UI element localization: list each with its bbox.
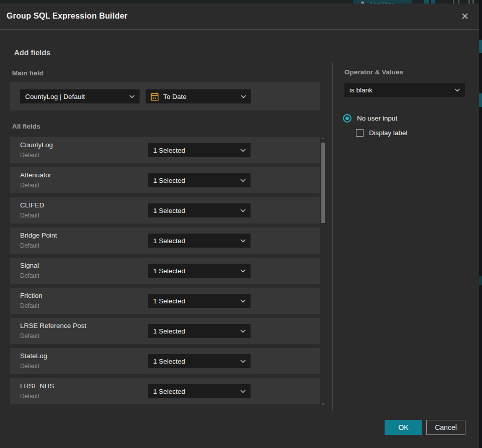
no-user-input-label: No user input	[357, 115, 397, 122]
calendar-icon	[151, 92, 159, 101]
cancel-button[interactable]: Cancel	[426, 420, 465, 435]
chevron-down-icon	[240, 239, 246, 243]
field-name: Friction	[20, 292, 42, 299]
group-sql-expression-builder-dialog: Group SQL Expression Builder ✕ Add field…	[0, 4, 479, 448]
scrollbar-up-icon[interactable]: ▲	[319, 136, 326, 140]
field-sublabel: Default	[20, 212, 39, 219]
chevron-down-icon	[240, 269, 246, 273]
field-selection-dropdown[interactable]: 1 Selected	[148, 143, 251, 157]
field-sublabel: Default	[20, 242, 39, 249]
field-sublabel: Default	[20, 182, 39, 189]
field-name: Bridge Point	[20, 232, 57, 239]
dialog-header: Group SQL Expression Builder ✕	[0, 4, 479, 30]
field-selection-value: 1 Selected	[153, 388, 236, 395]
field-row: Attenuator Default 1 Selected	[10, 167, 320, 193]
field-name: StateLog	[20, 352, 47, 360]
field-selection-value: 1 Selected	[153, 297, 236, 305]
all-fields-list: CountyLog Default 1 Selected Attenuator …	[10, 137, 320, 404]
topbar-widget-icon	[468, 0, 470, 4]
field-selection-dropdown[interactable]: 1 Selected	[148, 264, 251, 278]
chevron-down-icon	[240, 209, 246, 212]
field-selection-value: 1 Selected	[153, 147, 236, 154]
display-label-option[interactable]: Display label	[356, 129, 408, 137]
field-name: Attenuator	[20, 171, 51, 179]
panel-divider	[332, 62, 333, 411]
field-row: Bridge Point Default 1 Selected	[10, 228, 320, 254]
chevron-down-icon	[240, 390, 246, 393]
field-selection-dropdown[interactable]: 1 Selected	[148, 203, 251, 217]
chevron-down-icon	[240, 329, 246, 333]
field-row: CountyLog Default 1 Selected	[10, 137, 320, 163]
main-field-label: Main field	[12, 69, 43, 77]
scrollbar-thumb[interactable]	[321, 143, 325, 223]
field-name: Signal	[20, 262, 39, 269]
field-selection-value: 1 Selected	[153, 237, 236, 245]
scrollbar-down-icon[interactable]: ▼	[319, 402, 326, 406]
field-selection-value: 1 Selected	[153, 267, 236, 275]
field-selection-dropdown[interactable]: 1 Selected	[148, 234, 251, 248]
background-app-edge	[479, 0, 482, 448]
field-name: LRSE Reference Post	[20, 322, 86, 329]
topbar-widget-icon	[458, 0, 459, 4]
topbar-widget-icon	[431, 0, 435, 4]
field-row: CLIFED Default 1 Selected	[10, 197, 320, 223]
chevron-down-icon	[240, 299, 246, 303]
chevron-down-icon	[455, 88, 460, 92]
field-selection-dropdown[interactable]: 1 Selected	[148, 173, 251, 187]
ok-button[interactable]: OK	[385, 420, 422, 435]
field-row: Signal Default 1 Selected	[10, 258, 320, 284]
field-row: LRSE NHS Default 1 Selected	[10, 378, 320, 404]
field-selection-dropdown[interactable]: 1 Selected	[148, 384, 251, 398]
chevron-down-icon	[241, 95, 246, 98]
field-row: LRSE Reference Post Default 1 Selected	[10, 318, 320, 344]
checkbox[interactable]	[356, 129, 364, 137]
operator-dropdown-value: is blank	[349, 86, 451, 94]
field-row: StateLog Default 1 Selected	[10, 348, 320, 374]
field-sublabel: Default	[20, 363, 39, 370]
main-layer-dropdown[interactable]: CountyLog | Default	[20, 89, 140, 103]
field-selection-value: 1 Selected	[153, 207, 236, 214]
chevron-down-icon	[240, 360, 246, 363]
main-field-panel: CountyLog | Default To Date	[10, 82, 320, 110]
field-sublabel: Default	[20, 272, 39, 279]
chevron-down-icon	[240, 179, 246, 182]
background-app-topbar: Live View	[0, 0, 482, 4]
close-icon[interactable]: ✕	[458, 10, 472, 24]
field-selection-value: 1 Selected	[153, 358, 236, 365]
main-field-dropdown-value: To Date	[163, 93, 237, 100]
topbar-widget-icon	[424, 0, 429, 4]
field-name: LRSE NHS	[20, 382, 54, 390]
no-user-input-option[interactable]: No user input	[343, 114, 397, 123]
operator-values-label: Operator & Values	[344, 68, 403, 76]
field-selection-dropdown[interactable]: 1 Selected	[148, 324, 251, 338]
field-selection-value: 1 Selected	[153, 327, 236, 335]
main-layer-dropdown-value: CountyLog | Default	[25, 93, 126, 100]
field-sublabel: Default	[20, 332, 39, 340]
all-fields-label: All fields	[12, 123, 40, 130]
field-sublabel: Default	[20, 152, 39, 159]
field-sublabel: Default	[20, 393, 39, 400]
display-label-label: Display label	[369, 129, 408, 137]
operator-dropdown[interactable]: is blank	[344, 83, 465, 97]
topbar-widget-icon	[472, 0, 474, 4]
screen: Live View Group SQL Expression Builder ✕…	[0, 0, 482, 448]
field-sublabel: Default	[20, 302, 39, 309]
field-selection-dropdown[interactable]: 1 Selected	[148, 354, 251, 368]
radio-button[interactable]	[343, 114, 351, 123]
chevron-down-icon	[240, 149, 246, 152]
main-field-dropdown[interactable]: To Date	[146, 89, 251, 103]
field-row: Friction Default 1 Selected	[10, 288, 320, 314]
add-fields-heading: Add fields	[14, 48, 51, 57]
dialog-title: Group SQL Expression Builder	[7, 12, 128, 21]
field-selection-value: 1 Selected	[153, 177, 236, 184]
field-name: CLIFED	[20, 201, 44, 209]
field-selection-dropdown[interactable]: 1 Selected	[148, 294, 251, 308]
topbar-widget-icon	[453, 0, 454, 4]
chevron-down-icon	[130, 95, 135, 98]
field-name: CountyLog	[20, 141, 53, 149]
